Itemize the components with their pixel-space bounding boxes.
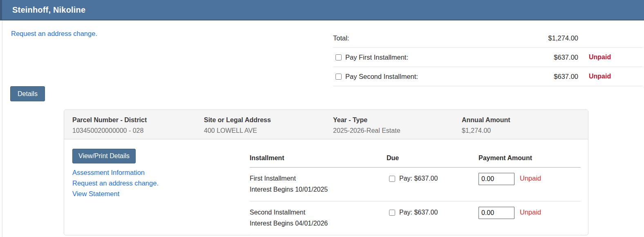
site-address-column: Site or Legal Address 400 LOWELL AVE [204,116,333,139]
parcel-number-column: Parcel Number - District 103450020000000… [72,116,204,139]
installments-table: Installment Due Payment Amount First Ins… [250,139,581,235]
row-due-amount: Pay: $637.00 [399,208,438,217]
total-label: Total: [333,34,349,42]
annual-amount-column: Annual Amount $1,274.00 [462,116,510,139]
row-status-badge: Unpaid [520,174,541,182]
annual-amount-value: $1,274.00 [462,127,510,134]
assessment-information-link[interactable]: Assessment Information [72,167,159,178]
pay-first-installment-checkbox[interactable] [335,54,342,60]
year-type-value: 2025-2026-Real Estate [333,127,462,134]
row-pay-checkbox[interactable] [389,176,395,182]
table-row: First Installment Interest Begins 10/01/… [250,168,581,201]
request-address-change-link[interactable]: Request an address change. [11,30,97,38]
pay-second-installment-checkbox[interactable] [335,74,342,80]
view-print-details-button[interactable]: View/Print Details [72,149,136,163]
summary-second-installment-row: Pay Second Installment: $637.00 Unpaid [333,67,643,86]
installment-name: First Installment [250,173,387,184]
request-address-change-card-link[interactable]: Request an address change. [72,178,159,188]
row-due-amount: Pay: $637.00 [399,174,438,183]
summary-first-installment-row: Pay First Installment: $637.00 Unpaid [333,48,643,67]
parcel-card-links: Assessment Information Request an addres… [72,167,159,199]
pay-first-installment-label: Pay First Installment: [345,54,408,61]
page-left-border [2,20,2,237]
second-installment-status-badge: Unpaid [578,73,643,80]
year-type-label: Year - Type [333,116,462,124]
view-statement-link[interactable]: View Statement [72,188,159,199]
table-row: Second Installment Interest Begins 04/01… [250,201,581,235]
site-address-value: 400 LOWELL AVE [204,127,333,134]
installments-table-header: Installment Due Payment Amount [250,139,581,168]
taxpayer-header-bar: Steinhoff, Nikoline [0,0,644,20]
parcel-card-header: Parcel Number - District 103450020000000… [64,110,588,139]
installment-column-header: Installment [250,154,387,162]
details-button[interactable]: Details [10,86,45,101]
installment-interest-note: Interest Begins 10/01/2025 [250,184,387,195]
site-address-label: Site or Legal Address [204,116,333,124]
taxpayer-name-title: Steinhoff, Nikoline [2,5,85,15]
first-installment-status-badge: Unpaid [578,54,643,61]
total-amount: $1,274.00 [529,34,578,42]
installment-name: Second Installment [250,207,387,218]
first-installment-amount: $637.00 [529,54,578,61]
parcel-number-value: 103450020000000 - 028 [72,127,204,134]
parcel-card-body: View/Print Details Assessment Informatio… [64,139,588,235]
summary-total-row: Total: $1,274.00 [333,29,643,48]
annual-amount-label: Annual Amount [462,116,510,124]
parcel-card: Parcel Number - District 103450020000000… [64,110,588,235]
row-status-badge: Unpaid [520,208,541,216]
payment-amount-column-header: Payment Amount [479,154,581,162]
installment-interest-note: Interest Begins 04/01/2026 [250,218,387,229]
pay-second-installment-label: Pay Second Installment: [345,73,418,80]
payment-amount-input[interactable] [479,173,514,185]
payment-summary: Total: $1,274.00 Pay First Installment: … [333,29,643,86]
second-installment-amount: $637.00 [529,73,578,80]
page: Steinhoff, Nikoline Request an address c… [0,0,644,237]
row-pay-checkbox[interactable] [389,210,395,216]
parcel-number-label: Parcel Number - District [72,116,204,124]
payment-amount-input[interactable] [479,207,514,219]
due-column-header: Due [387,154,479,162]
year-type-column: Year - Type 2025-2026-Real Estate [333,116,462,139]
